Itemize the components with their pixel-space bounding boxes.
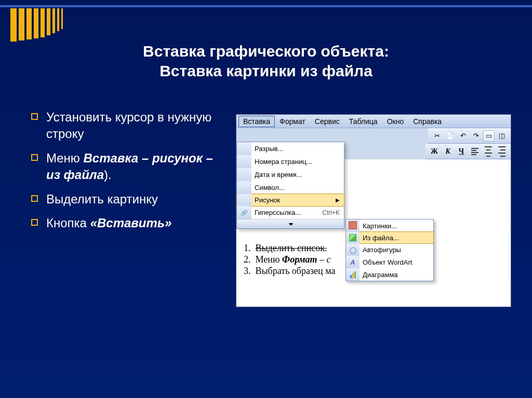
- shortcut-label: Ctrl+K: [322, 209, 340, 216]
- italic-button[interactable]: К: [442, 146, 454, 157]
- submenu-clipart[interactable]: Картинки...: [346, 219, 433, 232]
- list-item: Выделить картинку: [31, 191, 218, 208]
- bullet-text: Кнопка «Вставить»: [46, 215, 171, 231]
- bullet-square-icon: [31, 219, 38, 226]
- document-area: ✂ 📄 ↶ ↷ ▭ ◫ Ж К Ч 4 5 6 7 8 9: [236, 128, 511, 307]
- align-center-button[interactable]: [483, 146, 494, 157]
- image-file-icon: [346, 232, 360, 243]
- menu-tools[interactable]: Сервис: [310, 116, 344, 127]
- menu-item-datetime[interactable]: Дата и время...: [237, 168, 344, 181]
- menu-item-picture[interactable]: Рисунок ▶: [236, 194, 344, 207]
- link-icon: [237, 206, 251, 219]
- menu-format[interactable]: Формат: [275, 116, 310, 127]
- header-rule: [0, 5, 532, 7]
- bullet-text: Установить курсор в нужную строку: [46, 109, 218, 143]
- menu-help[interactable]: Справка: [408, 116, 446, 127]
- clipart-icon: [346, 219, 360, 232]
- bullet-text: Выделить картинку: [46, 191, 158, 208]
- underline-button[interactable]: Ч: [456, 146, 467, 157]
- submenu-wordart[interactable]: Объект WordArt: [346, 256, 433, 268]
- bullet-square-icon: [31, 113, 38, 120]
- page-title: Вставка графического объекта: Вставка ка…: [0, 42, 532, 80]
- blank-icon: [237, 142, 251, 155]
- standard-toolbar: ✂ 📄 ↶ ↷ ▭ ◫: [428, 128, 511, 144]
- submenu-from-file[interactable]: Из файла...: [345, 231, 434, 244]
- wordart-icon: [346, 256, 360, 268]
- menu-insert[interactable]: Вставка: [238, 116, 275, 127]
- bullet-text: Меню Вставка – рисунок – из файла).: [46, 150, 218, 184]
- menu-item-hyperlink[interactable]: Гиперссылка... Ctrl+K: [237, 206, 344, 219]
- toolbar-button[interactable]: ◫: [496, 130, 508, 142]
- toolbar-button[interactable]: 📄: [444, 130, 456, 142]
- menu-item-symbol[interactable]: Символ...: [237, 181, 344, 194]
- list-item: Кнопка «Вставить»: [31, 215, 218, 231]
- menu-item-pagenumbers[interactable]: Номера страниц...: [237, 155, 344, 168]
- blank-icon: [237, 181, 251, 194]
- insert-dropdown: Разрыв... Номера страниц... Дата и время…: [236, 142, 344, 229]
- menu-window[interactable]: Окно: [382, 116, 409, 127]
- shapes-icon: [346, 243, 360, 256]
- align-left-button[interactable]: [469, 146, 481, 157]
- title-line2: Вставка картинки из файла: [0, 61, 532, 81]
- word-window: Вставка Формат Сервис Таблица Окно Справ…: [236, 114, 511, 307]
- slide: Вставка графического объекта: Вставка ка…: [0, 0, 532, 398]
- title-line1: Вставка графического объекта:: [0, 42, 532, 61]
- blank-icon: [237, 194, 251, 206]
- toolbar-button[interactable]: ▭: [483, 130, 495, 142]
- bold-button[interactable]: Ж: [429, 146, 440, 157]
- menubar: Вставка Формат Сервис Таблица Окно Справ…: [236, 115, 511, 128]
- bullet-square-icon: [31, 154, 38, 161]
- submenu-chart[interactable]: Диаграмма: [346, 268, 433, 281]
- header-bars-icon: [10, 8, 63, 42]
- list-item: Меню Вставка – рисунок – из файла).: [31, 150, 218, 184]
- bullet-list: Установить курсор в нужную строку Меню В…: [31, 109, 218, 239]
- bullet-square-icon: [31, 195, 38, 202]
- format-toolbar: Ж К Ч: [425, 144, 511, 159]
- list-item: Установить курсор в нужную строку: [31, 109, 218, 143]
- menu-table[interactable]: Таблица: [344, 116, 382, 127]
- align-right-button[interactable]: [496, 146, 508, 157]
- toolbar-button[interactable]: ✂: [431, 130, 443, 142]
- toolbar-button[interactable]: ↷: [470, 130, 482, 142]
- toolbar-button[interactable]: ↶: [457, 130, 469, 142]
- chevron-down-icon: ▾▾: [289, 221, 292, 227]
- chart-icon: [346, 268, 360, 281]
- blank-icon: [237, 168, 251, 181]
- chevron-right-icon: ▶: [336, 197, 340, 203]
- submenu-autoshapes[interactable]: Автофигуры: [346, 243, 433, 256]
- expand-menu-button[interactable]: ▾▾: [237, 219, 344, 228]
- picture-submenu: Картинки... Из файла... Автофигуры Объек…: [345, 219, 434, 281]
- menu-item-break[interactable]: Разрыв...: [237, 142, 344, 155]
- blank-icon: [237, 155, 251, 168]
